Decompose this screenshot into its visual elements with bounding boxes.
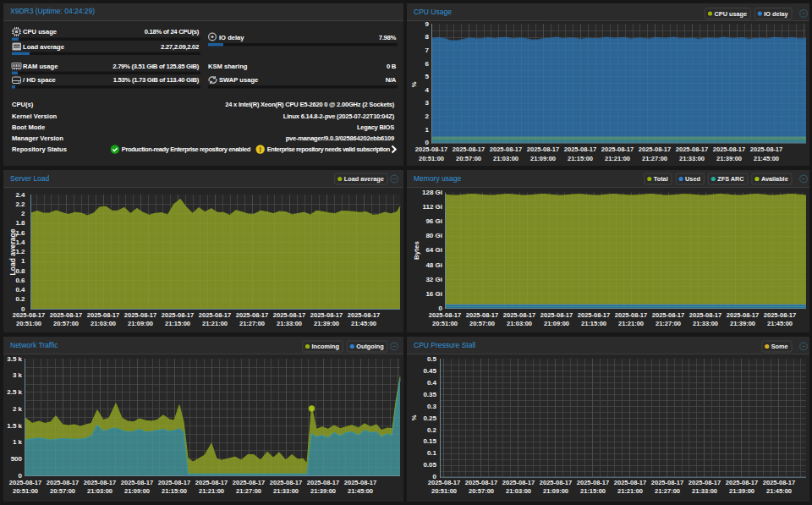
svg-text:21:03:00: 21:03:00 — [493, 155, 518, 162]
svg-text:21:03:00: 21:03:00 — [91, 320, 116, 327]
svg-text:2025-08-17: 2025-08-17 — [199, 311, 231, 319]
svg-text:%: % — [410, 81, 418, 87]
svg-text:Load average: Load average — [8, 228, 17, 275]
svg-text:128 Gi: 128 Gi — [422, 189, 442, 196]
svg-text:21:09:00: 21:09:00 — [124, 487, 150, 495]
svg-text:21:09:00: 21:09:00 — [530, 155, 556, 162]
svg-text:ZFS ARC: ZFS ARC — [717, 175, 744, 183]
svg-text:21:21:00: 21:21:00 — [199, 487, 224, 495]
svg-text:CPU usage: CPU usage — [23, 28, 57, 36]
svg-text:21:27:00: 21:27:00 — [655, 487, 680, 495]
svg-text:Some: Some — [771, 343, 788, 350]
svg-text:Outgoing: Outgoing — [356, 343, 383, 350]
svg-text:2025-08-17: 2025-08-17 — [578, 311, 610, 319]
svg-text:1 k: 1 k — [13, 438, 23, 446]
svg-text:0.6: 0.6 — [15, 277, 25, 284]
svg-text:20:51:00: 20:51:00 — [419, 155, 444, 162]
svg-text:2025-08-17: 2025-08-17 — [689, 479, 721, 486]
svg-text:5: 5 — [425, 73, 430, 80]
svg-text:20:51:00: 20:51:00 — [16, 320, 41, 327]
svg-text:1.5 k: 1.5 k — [7, 422, 22, 430]
svg-text:20:51:00: 20:51:00 — [13, 487, 38, 495]
svg-text:2025-08-17: 2025-08-17 — [84, 479, 116, 486]
svg-text:3: 3 — [425, 99, 430, 107]
svg-text:21:09:00: 21:09:00 — [128, 320, 153, 327]
svg-text:Boot Mode: Boot Mode — [12, 124, 45, 131]
svg-text:2025-08-17: 2025-08-17 — [50, 311, 82, 319]
svg-text:21:39:00: 21:39:00 — [729, 487, 754, 495]
svg-text:32 Gi: 32 Gi — [425, 276, 442, 283]
svg-text:2025-08-17: 2025-08-17 — [466, 311, 498, 319]
svg-text:2025-08-17: 2025-08-17 — [428, 479, 460, 486]
svg-text:21:27:00: 21:27:00 — [656, 320, 681, 327]
svg-text:KSM sharing: KSM sharing — [208, 63, 248, 70]
svg-text:20:57:00: 20:57:00 — [456, 155, 481, 162]
svg-text:21:03:00: 21:03:00 — [507, 320, 532, 327]
svg-text:48 Gi: 48 Gi — [425, 261, 442, 269]
svg-text:!: ! — [259, 146, 261, 154]
svg-text:21:33:00: 21:33:00 — [277, 320, 302, 327]
svg-text:3.5 k: 3.5 k — [7, 355, 22, 363]
svg-text:2025-08-17: 2025-08-17 — [195, 479, 228, 486]
svg-text:21:15:00: 21:15:00 — [162, 487, 187, 495]
svg-text:2025-08-17: 2025-08-17 — [270, 479, 302, 486]
svg-text:16 Gi: 16 Gi — [425, 290, 442, 298]
svg-text:Load average: Load average — [23, 43, 64, 51]
svg-text:1: 1 — [21, 257, 25, 265]
svg-text:Linux 6.14.8-2-pve (2025-07-22: Linux 6.14.8-2-pve (2025-07-22T10:04Z) — [283, 113, 395, 120]
svg-text:2025-08-17: 2025-08-17 — [502, 479, 535, 486]
svg-text:21:15:00: 21:15:00 — [568, 155, 593, 162]
svg-text:21:45:00: 21:45:00 — [766, 487, 792, 495]
svg-text:Memory usage: Memory usage — [414, 174, 461, 183]
svg-text:1.6: 1.6 — [15, 229, 25, 237]
svg-text:2025-08-17: 2025-08-17 — [273, 311, 305, 319]
svg-text:21:39:00: 21:39:00 — [730, 320, 755, 327]
svg-text:1.2: 1.2 — [15, 248, 25, 255]
svg-text:21:45:00: 21:45:00 — [767, 320, 793, 327]
svg-text:20:51:00: 20:51:00 — [432, 320, 458, 327]
svg-text:64 Gi: 64 Gi — [425, 246, 442, 254]
svg-text:500: 500 — [11, 455, 23, 463]
svg-text:2: 2 — [425, 113, 430, 120]
svg-text:IO delay: IO delay — [764, 10, 788, 18]
svg-text:2 k: 2 k — [13, 405, 23, 413]
svg-text:20:57:00: 20:57:00 — [53, 320, 79, 327]
svg-text:Network Traffic: Network Traffic — [10, 341, 58, 349]
svg-text:112 Gi: 112 Gi — [422, 203, 442, 211]
svg-text:80 Gi: 80 Gi — [425, 232, 442, 239]
svg-text:Production-ready Enterprise re: Production-ready Enterprise repository e… — [122, 145, 251, 153]
svg-text:Total: Total — [654, 175, 668, 183]
svg-text:2025-08-17: 2025-08-17 — [236, 311, 268, 319]
svg-text:2025-08-17: 2025-08-17 — [614, 479, 646, 486]
svg-text:0.2: 0.2 — [427, 426, 437, 434]
svg-text:21:15:00: 21:15:00 — [580, 487, 606, 495]
svg-text:2025-08-17: 2025-08-17 — [540, 479, 572, 486]
svg-text:2025-08-17: 2025-08-17 — [310, 311, 343, 319]
svg-text:0.15: 0.15 — [423, 437, 436, 445]
svg-text:Load average: Load average — [344, 175, 384, 183]
svg-text:2025-08-17: 2025-08-17 — [429, 311, 461, 319]
svg-text:CPU(s): CPU(s) — [12, 101, 34, 108]
svg-text:IO delay: IO delay — [219, 34, 244, 41]
svg-text:0.4: 0.4 — [427, 379, 437, 387]
svg-text:21:03:00: 21:03:00 — [506, 487, 531, 495]
svg-text:21:21:00: 21:21:00 — [202, 320, 228, 327]
svg-text:7: 7 — [425, 47, 430, 54]
svg-text:2025-08-17: 2025-08-17 — [87, 311, 119, 319]
svg-text:2025-08-17: 2025-08-17 — [465, 479, 497, 486]
svg-text:2025-08-17: 2025-08-17 — [601, 145, 634, 153]
svg-text:CPU usage: CPU usage — [715, 10, 748, 18]
svg-text:1.53% (1.73 GiB of 113.40 GiB): 1.53% (1.73 GiB of 113.40 GiB) — [113, 76, 200, 84]
svg-text:0.3: 0.3 — [427, 403, 437, 410]
svg-text:9: 9 — [425, 20, 430, 28]
svg-text:20:57:00: 20:57:00 — [469, 320, 495, 327]
svg-text:Available: Available — [761, 175, 788, 183]
svg-text:0.45: 0.45 — [423, 367, 436, 375]
svg-text:2.5 k: 2.5 k — [7, 388, 22, 396]
svg-text:6: 6 — [425, 60, 430, 68]
svg-text:2025-08-17: 2025-08-17 — [763, 479, 795, 486]
svg-text:Incoming: Incoming — [312, 343, 339, 350]
svg-text:4: 4 — [425, 86, 430, 94]
svg-text:2025-08-17: 2025-08-17 — [540, 311, 573, 319]
svg-text:Enterprise repository needs va: Enterprise repository needs valid subscr… — [267, 145, 391, 153]
